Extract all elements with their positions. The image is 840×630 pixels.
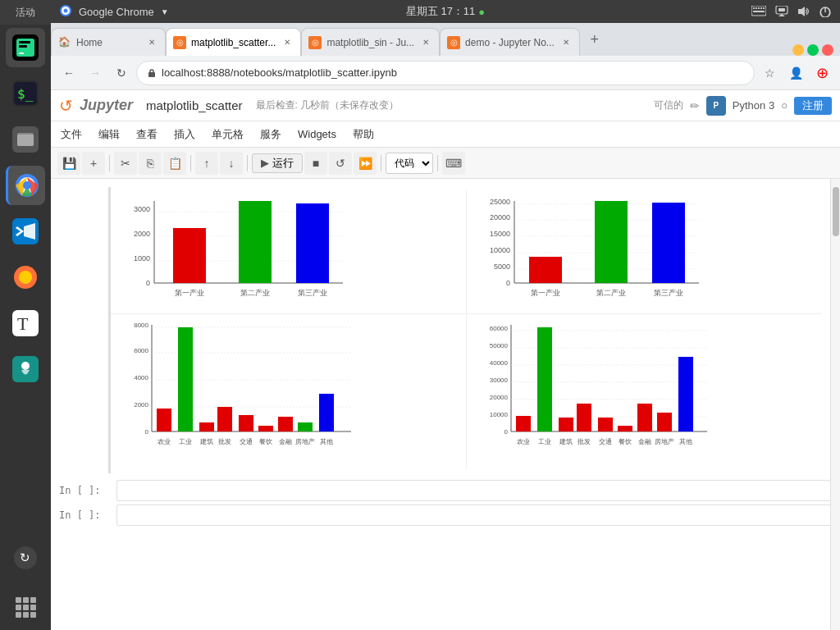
chrome-icon xyxy=(59,4,72,20)
home-tab-label: Home xyxy=(76,37,140,48)
activities-label[interactable]: 活动 xyxy=(0,0,51,25)
svg-text:房地产: 房地产 xyxy=(655,438,674,445)
menu-cell[interactable]: 单元格 xyxy=(210,124,245,145)
taskbar-gitkraken[interactable] xyxy=(6,349,45,389)
register-button[interactable]: 注册 xyxy=(794,97,832,115)
keyboard-button[interactable]: ⌨ xyxy=(442,152,465,175)
taskbar-chrome[interactable] xyxy=(6,166,45,205)
time-dot: ● xyxy=(478,6,485,18)
menu-file[interactable]: 文件 xyxy=(59,124,84,145)
home-tab-close[interactable]: ✕ xyxy=(145,36,158,49)
svg-rect-46 xyxy=(148,72,155,77)
interrupt-button[interactable]: ■ xyxy=(304,152,327,175)
menu-help[interactable]: 帮助 xyxy=(351,124,376,145)
cell-type-select[interactable]: 代码 xyxy=(386,153,433,174)
menu-view[interactable]: 查看 xyxy=(135,124,159,145)
tab-scatter[interactable]: ◎ matplotlib_scatter... ✕ xyxy=(166,28,301,56)
svg-rect-125 xyxy=(516,416,531,431)
demo-tab-close[interactable]: ✕ xyxy=(559,36,573,49)
tab-sin[interactable]: ◎ matplotlib_sin - Ju... ✕ xyxy=(301,28,440,56)
svg-rect-131 xyxy=(637,404,652,431)
close-button[interactable] xyxy=(822,44,833,56)
svg-text:6000: 6000 xyxy=(134,347,148,354)
svg-text:第一产业: 第一产业 xyxy=(531,289,560,297)
svg-text:4000: 4000 xyxy=(134,374,148,381)
menu-kernel[interactable]: 服务 xyxy=(258,124,283,145)
scatter-tab-close[interactable]: ✕ xyxy=(281,36,294,49)
move-down-button[interactable]: ↓ xyxy=(220,152,243,175)
cell-input-1[interactable] xyxy=(116,480,832,501)
svg-rect-126 xyxy=(537,327,552,431)
taskbar-vscode[interactable] xyxy=(6,212,45,251)
cell-input-2[interactable] xyxy=(116,504,832,526)
back-button[interactable]: ← xyxy=(57,62,80,84)
taskbar-typora[interactable]: T xyxy=(6,304,45,343)
add-cell-button[interactable]: + xyxy=(82,152,105,175)
extension-button[interactable]: ⊕ xyxy=(810,62,833,84)
save-button[interactable]: 💾 xyxy=(57,152,80,175)
scrollbar[interactable] xyxy=(830,179,840,630)
minimize-button[interactable] xyxy=(792,44,804,56)
maximize-button[interactable] xyxy=(807,44,819,56)
taskbar-files[interactable] xyxy=(6,120,45,159)
run-label: 运行 xyxy=(272,156,294,171)
bookmark-button[interactable]: ☆ xyxy=(758,62,781,84)
jupyter-toolbar: 💾 + ✂ ⎘ 📋 ↑ ↓ ▶ 运行 ■ ↺ ⏩ 代码 xyxy=(51,148,840,179)
move-up-button[interactable]: ↑ xyxy=(195,152,218,175)
app-name: Google Chrome xyxy=(79,6,154,18)
taskbar-apps-grid[interactable] xyxy=(6,587,45,627)
svg-rect-31 xyxy=(30,612,36,618)
svg-text:0: 0 xyxy=(504,428,508,436)
chart-bottom-left-svg: 0 2000 4000 6000 8000 xyxy=(117,321,355,460)
svg-text:2000: 2000 xyxy=(134,230,150,238)
svg-point-34 xyxy=(64,8,68,12)
taskbar-terminal[interactable]: $_ xyxy=(6,74,45,113)
network-icon xyxy=(774,6,789,17)
svg-rect-129 xyxy=(598,418,613,431)
jupyter-logo-icon: ↺ xyxy=(59,96,73,116)
scrollbar-thumb[interactable] xyxy=(833,187,839,236)
svg-text:其他: 其他 xyxy=(679,438,692,445)
kernel-label: Python 3 xyxy=(733,99,774,112)
tab-home[interactable]: 🏠 Home ✕ xyxy=(51,28,166,56)
svg-rect-29 xyxy=(16,612,21,618)
main-area: Google Chrome ▼ 星期五 17：11 ● xyxy=(51,23,840,630)
menu-widgets[interactable]: Widgets xyxy=(296,125,338,144)
svg-text:建筑: 建筑 xyxy=(199,438,213,445)
cell-label-1: In [ ]: xyxy=(59,485,116,496)
svg-text:0: 0 xyxy=(505,279,509,287)
kernel-dot: ○ xyxy=(781,99,788,112)
menu-edit[interactable]: 编辑 xyxy=(97,124,121,145)
chart-top-right-svg: 0 5000 10000 15000 20000 25000 xyxy=(473,197,703,304)
svg-text:↻: ↻ xyxy=(20,550,30,564)
taskbar-pycharm[interactable] xyxy=(6,28,45,67)
svg-rect-98 xyxy=(278,417,293,431)
notebook-area[interactable]: 0 1000 2000 3000 xyxy=(51,179,840,630)
copy-button[interactable]: ⎘ xyxy=(139,152,162,175)
run-button[interactable]: ▶ 运行 xyxy=(252,153,303,173)
taskbar-firefox[interactable] xyxy=(6,258,45,297)
run-all-button[interactable]: ⏩ xyxy=(354,152,377,175)
svg-marker-44 xyxy=(798,7,805,16)
paste-button[interactable]: 📋 xyxy=(163,152,186,175)
jupyter-status: 最后检查: 几秒前（未保存改变） xyxy=(256,98,399,112)
demo-tab-label: demo - Jupyter No... xyxy=(465,37,555,48)
menu-insert[interactable]: 插入 xyxy=(172,124,197,145)
svg-rect-57 xyxy=(239,201,272,283)
address-bar[interactable]: localhost:8888/notebooks/matplotlib_scat… xyxy=(136,61,755,85)
forward-button[interactable]: → xyxy=(84,62,107,84)
taskbar-update[interactable]: ↻ xyxy=(6,538,45,578)
app-menu-arrow: ▼ xyxy=(161,7,169,16)
svg-text:50000: 50000 xyxy=(489,342,508,349)
new-tab-button[interactable]: + xyxy=(583,28,606,51)
refresh-button[interactable]: ↻ xyxy=(110,62,133,84)
svg-text:10000: 10000 xyxy=(489,411,508,418)
svg-text:农业: 农业 xyxy=(517,438,530,445)
tab-demo[interactable]: ◎ demo - Jupyter No... ✕ xyxy=(440,28,580,56)
svg-text:30000: 30000 xyxy=(489,377,508,384)
profile-button[interactable]: 👤 xyxy=(784,62,807,84)
chart-top-left: 0 1000 2000 3000 xyxy=(111,190,467,313)
cut-button[interactable]: ✂ xyxy=(114,152,137,175)
sin-tab-close[interactable]: ✕ xyxy=(419,36,432,49)
restart-button[interactable]: ↺ xyxy=(329,152,352,175)
